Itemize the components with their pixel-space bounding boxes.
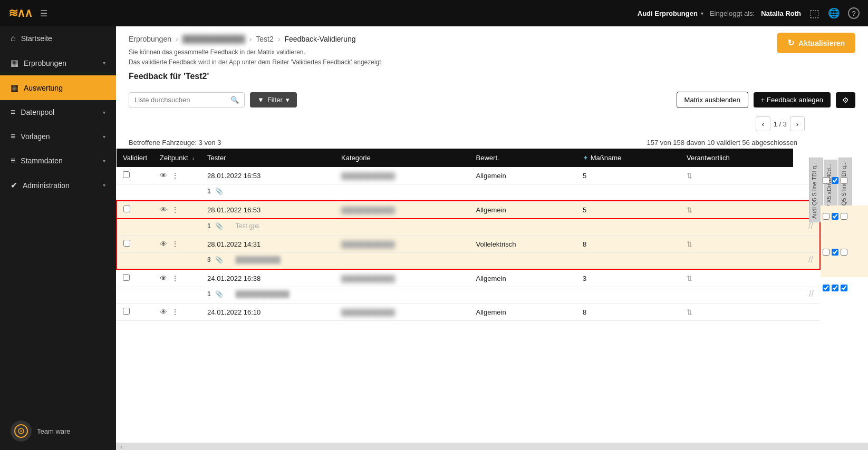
sidebar-item-vorlagen[interactable]: ≡ Vorlagen ▾	[0, 124, 116, 149]
eye-icon-4[interactable]: 👁	[160, 274, 167, 282]
search-box[interactable]: 🔍	[129, 92, 245, 107]
bottom-scrollbar[interactable]: ‹	[116, 443, 868, 450]
logout-icon[interactable]: ⬚	[809, 7, 819, 19]
search-icon: 🔍	[230, 96, 239, 104]
breadcrumb-sep1: ›	[176, 35, 178, 43]
eye-icon-5[interactable]: 👁	[160, 308, 167, 316]
breadcrumb-test2[interactable]: Test2	[256, 35, 273, 43]
topnav: ≋∧∧ ☰ Audi Erprobungen ▾ Eingeloggt als:…	[0, 0, 868, 26]
eye-icon-1[interactable]: 👁	[160, 171, 167, 180]
matrix-cb-1-2[interactable]	[832, 177, 838, 184]
td-kategorie-3: Vollelektrisch	[470, 236, 577, 253]
td-tester-2: ████████████	[335, 201, 470, 219]
edit-icon-2a[interactable]: //	[808, 221, 813, 231]
filter-button[interactable]: ▼ Filter ▾	[250, 92, 297, 107]
matrix-cb-4-3[interactable]	[841, 285, 847, 291]
next-page-button[interactable]: ›	[790, 116, 805, 131]
matrix-checkboxes	[821, 170, 868, 313]
sidebar-item-stammdaten[interactable]: ≡ Stammdaten ▾	[0, 149, 116, 173]
scroll-left-arrow[interactable]: ‹	[116, 443, 127, 450]
dots-icon-1[interactable]: ⋮	[171, 171, 179, 180]
dots-icon-5[interactable]: ⋮	[171, 308, 179, 316]
td-bewertung-4: 3	[576, 269, 680, 287]
row-checkbox-3[interactable]	[123, 240, 130, 247]
sidebar-bottom: Team ware	[0, 412, 116, 450]
breadcrumb-blurred[interactable]: ████████████	[182, 35, 245, 43]
eye-icon-2[interactable]: 👁	[160, 206, 167, 214]
td-check-2	[117, 201, 153, 219]
eye-icon-3[interactable]: 👁	[160, 240, 167, 248]
matrix-cb-1-1[interactable]	[823, 177, 830, 184]
sidebar-item-startseite[interactable]: ⌂ Startseite	[0, 26, 116, 51]
row-checkbox-2[interactable]	[123, 206, 130, 212]
sidebar-label-startseite: Startseite	[21, 34, 105, 43]
td-bewertung-3: 8	[576, 236, 680, 253]
breadcrumb: Erprobungen › ████████████ › Test2 › Fee…	[116, 26, 868, 47]
globe-icon[interactable]: 🌐	[828, 7, 840, 19]
svg-point-2	[21, 431, 22, 432]
td-verantwortlich-3	[793, 236, 820, 253]
dots-icon-4[interactable]: ⋮	[171, 274, 179, 282]
col-tester: Tester	[201, 149, 335, 167]
matrix-cb-3-1[interactable]	[823, 249, 830, 256]
chevron-icon-stammdaten: ▾	[103, 158, 105, 164]
help-icon[interactable]: ?	[848, 7, 860, 19]
row-checkbox-4[interactable]	[123, 274, 130, 281]
stats-row: Betroffene Fahrzeuge: 3 von 3 157 von 15…	[116, 135, 868, 149]
matrix-cb-2-1[interactable]	[823, 213, 830, 220]
sidebar-item-auswertung[interactable]: ▦ Auswertung	[0, 75, 116, 100]
matrix-row-1	[821, 170, 868, 191]
matrix-cb-4-2[interactable]	[832, 285, 838, 291]
breadcrumb-erprobungen[interactable]: Erprobungen	[129, 35, 171, 43]
td-datetime-4: 24.01.2022 16:38	[201, 269, 335, 287]
breadcrumb-current: Feedback-Validierung	[284, 35, 355, 43]
td-bewertung-2: 5	[576, 201, 680, 219]
settings-button[interactable]: ⚙	[836, 92, 855, 108]
hide-matrix-button[interactable]: Matrix ausblenden	[677, 92, 748, 108]
row-checkbox-1[interactable]	[123, 171, 130, 178]
td-verantwortlich-4	[793, 269, 820, 287]
matrix-cb-2-2[interactable]	[832, 213, 838, 220]
edit-icon-3[interactable]: //	[808, 255, 813, 265]
dots-icon-3[interactable]: ⋮	[171, 240, 179, 248]
chevron-down-icon: ▾	[701, 11, 703, 16]
td-tester-4: ████████████	[335, 269, 470, 287]
sidebar-label-administration: Administration	[23, 181, 98, 190]
td-kategorie-4: Allgemein	[470, 269, 577, 287]
table-row-highlighted: 👁 ⋮ 28.01.2022 16:53 ████████████ Allgem…	[117, 201, 820, 219]
search-input[interactable]	[134, 96, 227, 104]
edit-icon-4[interactable]: //	[809, 289, 814, 299]
org-selector[interactable]: Audi Erprobungen ▾	[638, 9, 703, 17]
matrix-cb-3-3[interactable]	[841, 249, 847, 256]
page-title: Feedback für 'Test2'	[116, 72, 868, 87]
col-massname: ✦ Maßname	[576, 149, 680, 167]
sidebar-item-erprobungen[interactable]: ▦ Erprobungen ▾	[0, 51, 116, 75]
prev-page-button[interactable]: ‹	[756, 116, 770, 131]
td-massname-3: ⇅	[680, 236, 793, 253]
col-zeitpunkt[interactable]: Zeitpunkt ↓	[153, 149, 201, 167]
matrix-spacer-1	[821, 191, 868, 206]
table-row-5: 👁 ⋮ 24.01.2022 16:10 ████████████ Allgem…	[117, 304, 820, 321]
matrix-cb-3-2[interactable]	[832, 249, 838, 256]
matrix-cb-4-1[interactable]	[823, 285, 830, 291]
td-datetime-2: 28.01.2022 16:53	[201, 201, 335, 219]
sidebar-item-administration[interactable]: ✔ Administration ▾	[0, 173, 116, 198]
logged-in-label: Eingeloggt als:	[710, 9, 755, 17]
td-verantwortlich-5	[793, 304, 820, 321]
aktualisieren-button[interactable]: ↻ Aktualisieren	[777, 33, 855, 53]
td-tester-3: ████████████	[335, 236, 470, 253]
matrix-cb-1-3[interactable]	[841, 177, 847, 184]
matrix-spacer-4	[821, 298, 868, 313]
dots-icon-2[interactable]: ⋮	[171, 206, 179, 214]
td-tester-1: ████████████	[335, 167, 470, 184]
paperclip-icon-1: 📎	[215, 188, 223, 195]
sidebar-label-datenpool: Datenpool	[21, 108, 98, 116]
sidebar-item-datenpool[interactable]: ≡ Datenpool ▾	[0, 100, 116, 124]
add-feedback-button[interactable]: + Feedback anlegen	[754, 92, 831, 107]
matrix-cb-2-3[interactable]	[841, 213, 847, 220]
menu-icon[interactable]: ☰	[40, 8, 47, 18]
row-checkbox-5[interactable]	[123, 308, 130, 315]
td-tester-5: ████████████	[335, 304, 470, 321]
org-name: Audi Erprobungen	[638, 9, 698, 17]
page-indicator: 1 / 3	[774, 120, 787, 128]
